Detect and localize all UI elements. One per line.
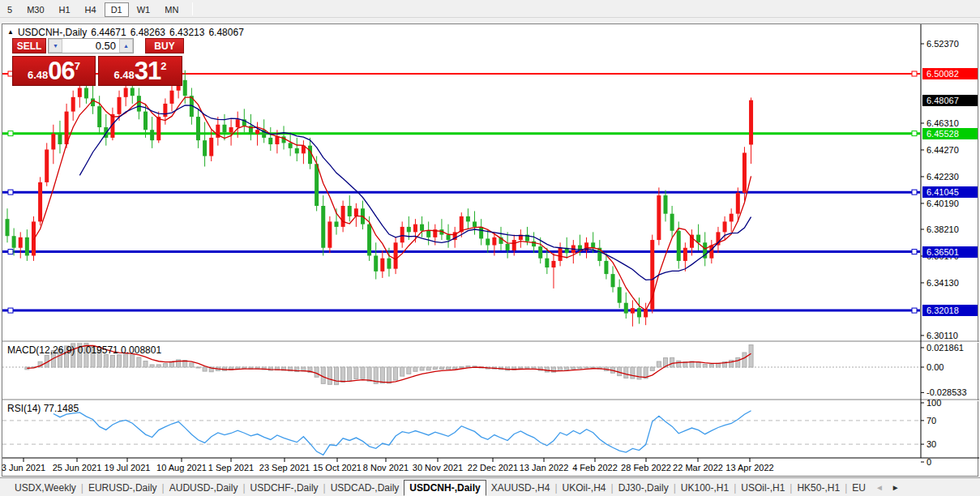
date-tick: 8 Nov 2021 [363, 463, 409, 472]
symbol-tabs: USDX,Weekly|EURUSD-,Daily|AUDUSD-,Daily|… [10, 480, 871, 494]
buy-price-pip: 2 [160, 60, 166, 72]
level-price-badge: 6.50082 [922, 68, 978, 79]
one-click-trading-panel: SELL ▼ ▲ BUY 6.48 06 7 6.48 31 2 [12, 38, 186, 86]
tab-scroll-arrows: ◄ ► [875, 483, 900, 492]
ohlc-close: 6.48067 [208, 27, 243, 38]
price-tick: 6.42230 [927, 172, 959, 182]
date-tick: 1 Sep 2021 [208, 463, 254, 472]
date-tick: 15 Oct 2021 [313, 463, 362, 472]
price-tick: 6.52370 [927, 39, 959, 49]
buy-price-box[interactable]: 6.48 31 2 [98, 56, 182, 86]
buy-button[interactable]: BUY [145, 38, 184, 53]
date-tick: 3 Jun 2021 [2, 463, 45, 472]
price-tick: 6.40190 [927, 199, 959, 208]
macd-tick: -0.028533 [927, 387, 967, 397]
timeframe-button-h1[interactable]: H1 [53, 2, 77, 17]
price-tick: 6.38210 [927, 224, 959, 234]
date-tick: 25 Jun 2021 [53, 463, 102, 472]
tab-usdcad-daily[interactable]: USDCAD-,Daily [326, 481, 404, 495]
date-tick: 4 Feb 2022 [572, 463, 618, 472]
timeframe-button-d1[interactable]: D1 [105, 2, 129, 17]
date-tick: 22 Dec 2021 [468, 463, 518, 472]
rsi-tick: 70 [927, 416, 936, 425]
timeframe-button-mn[interactable]: MN [158, 2, 185, 17]
sell-price-prefix: 6.48 [28, 69, 48, 81]
sell-price-main: 06 [48, 59, 74, 83]
date-tick: 30 Nov 2021 [413, 463, 463, 472]
sell-price-pip: 7 [75, 60, 80, 72]
timeframe-button-m30[interactable]: M30 [20, 2, 50, 17]
date-tick: 22 Mar 2022 [673, 463, 723, 472]
symbol-title: USDCNH-,Daily [18, 27, 87, 38]
buy-price-main: 31 [135, 59, 160, 83]
macd-tick: 0.00 [927, 362, 944, 372]
price-tick: 6.46310 [927, 118, 959, 128]
date-tick: 13 Jan 2022 [520, 463, 569, 472]
price-chart-canvas[interactable] [2, 24, 979, 477]
tab-audusd-daily[interactable]: AUDUSD-,Daily [165, 481, 243, 495]
tab-eurusd-daily[interactable]: EURUSD-,Daily [83, 481, 162, 495]
symbol-tab-bar: USDX,Weekly|EURUSD-,Daily|AUDUSD-,Daily|… [0, 477, 980, 496]
price-tick: 6.30110 [927, 331, 958, 340]
timeframe-toolbar: 5M30H1H4D1W1MN [0, 0, 980, 18]
current-price-badge: 6.48067 [922, 95, 978, 106]
toolbar-separator [192, 2, 193, 15]
tab-usoil-h1[interactable]: USOil-,H1 [736, 481, 790, 495]
volume-increase-icon[interactable]: ▲ [119, 39, 133, 53]
date-tick: 10 Aug 2021 [156, 463, 207, 472]
date-tick: 19 Jul 2021 [105, 463, 151, 472]
tab-dj30-daily[interactable]: DJ30-,Daily [614, 481, 674, 495]
level-price-badge: 6.32018 [922, 305, 978, 316]
tab-xauusd-h4[interactable]: XAUUSD-,H4 [486, 481, 555, 495]
date-tick: 28 Feb 2022 [621, 463, 671, 472]
sell-price-box[interactable]: 6.48 06 7 [12, 56, 96, 86]
rsi-indicator-label: RSI(14) 77.1485 [7, 403, 79, 414]
timeframe-button-w1[interactable]: W1 [131, 2, 157, 17]
volume-stepper: ▼ ▲ [48, 38, 134, 53]
timeframe-button-5[interactable]: 5 [1, 2, 19, 17]
sell-button[interactable]: SELL [12, 38, 46, 53]
buy-price-prefix: 6.48 [113, 69, 134, 81]
timeframe-buttons: 5M30H1H4D1W1MN [0, 2, 186, 16]
ohlc-high: 6.48263 [131, 27, 165, 38]
tab-usdx-weekly[interactable]: USDX,Weekly [10, 481, 81, 495]
tab-ukoil-h4[interactable]: UKOil-,H4 [558, 481, 611, 495]
price-tick: 6.44270 [927, 145, 959, 155]
macd-indicator-label: MACD(12,26,9) 0.019571 0.008801 [7, 344, 161, 356]
chart-window: ▲ USDCNH-,Daily 6.44671 6.48263 6.43213 … [2, 24, 978, 477]
tab-usdchf-daily[interactable]: USDCHF-,Daily [246, 481, 323, 495]
date-tick: 13 Apr 2022 [725, 463, 773, 472]
macd-tick: 0.021861 [927, 343, 964, 353]
chart-title: ▲ USDCNH-,Daily 6.44671 6.48263 6.43213 … [7, 27, 244, 38]
date-tick: 23 Sep 2021 [259, 463, 310, 472]
tab-hk50-h1[interactable]: HK50-,H1 [792, 481, 845, 495]
level-price-badge: 6.41045 [922, 186, 978, 198]
rsi-tick: 30 [927, 439, 936, 449]
tab-uk100-h1[interactable]: UK100-,H1 [676, 481, 734, 495]
timeframe-button-h4[interactable]: H4 [79, 2, 103, 17]
volume-decrease-icon[interactable]: ▼ [49, 39, 62, 53]
tab-eu[interactable]: EU [847, 481, 871, 495]
scroll-right-icon[interactable]: ► [892, 483, 900, 492]
ohlc-low: 6.43213 [169, 27, 204, 38]
volume-input[interactable] [62, 39, 119, 53]
tab-usdcnh-daily[interactable]: USDCNH-,Daily [404, 480, 486, 496]
level-price-badge: 6.36501 [922, 246, 978, 258]
ohlc-open: 6.44671 [91, 27, 126, 38]
rsi-tick: 0 [927, 457, 931, 467]
symbol-marker-icon: ▲ [7, 28, 14, 36]
level-price-badge: 6.45528 [922, 128, 978, 139]
price-tick: 6.34130 [927, 278, 959, 288]
rsi-tick: 100 [927, 398, 941, 408]
scroll-left-icon[interactable]: ◄ [875, 483, 884, 492]
